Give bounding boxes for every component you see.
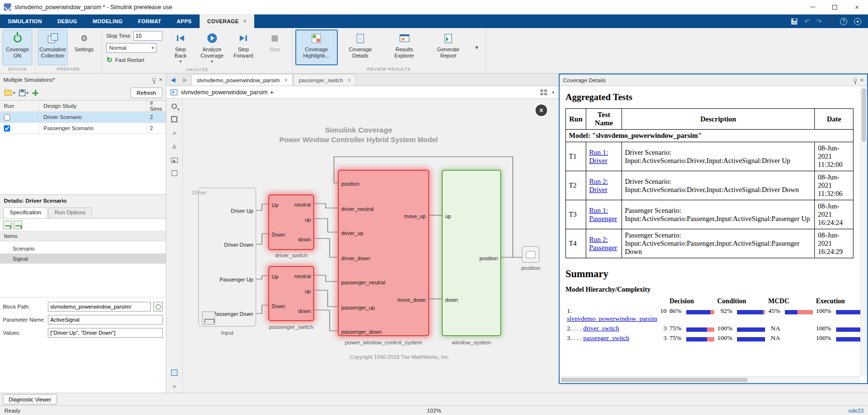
maximize-button[interactable] <box>824 0 846 14</box>
tab-close-icon[interactable]: × <box>243 18 246 25</box>
coverage-details-icon <box>357 34 364 43</box>
port-label: up <box>445 213 451 219</box>
cumulative-collection-button[interactable]: Cumulative Collection <box>38 30 68 65</box>
tree-item-signal[interactable]: Signal <box>0 253 166 264</box>
step-forward-button[interactable]: Step Forward <box>229 30 259 66</box>
fit-to-view-icon[interactable] <box>171 116 177 122</box>
undo-icon[interactable]: ↶ <box>804 18 810 25</box>
area-icon[interactable] <box>172 170 177 176</box>
run-link[interactable]: Run 2: Passenger <box>589 236 617 252</box>
tree-item-scenario[interactable]: Scenario <box>0 243 166 253</box>
folder-icon <box>4 90 12 96</box>
block-caption: position <box>516 265 545 271</box>
power-window-control-system-block[interactable]: position driver_neutral driver_up driver… <box>338 170 429 336</box>
annotate-icon[interactable] <box>828 19 833 24</box>
block-caption: passenger_switch <box>263 324 319 330</box>
panel-close-icon[interactable]: × <box>860 77 864 83</box>
run-link[interactable]: Run 1: Passenger <box>589 207 617 222</box>
settings-button[interactable]: ⚙ Settings <box>69 30 99 65</box>
passenger-switch-block[interactable]: Up Down neutral up down <box>268 266 314 321</box>
diagnostic-viewer-button[interactable]: Diagnostic Viewer <box>3 394 57 404</box>
select-block-icon[interactable] <box>153 302 163 311</box>
hierarchy-link[interactable]: driver_switch <box>583 325 619 332</box>
viewmarks-icon[interactable] <box>540 89 547 95</box>
signal-builder-icon[interactable] <box>202 311 215 325</box>
save-icon[interactable] <box>791 18 797 25</box>
section-overflow-button[interactable]: ▾ <box>471 30 483 65</box>
tab-close-icon[interactable]: × <box>284 77 288 84</box>
close-button[interactable]: × <box>846 0 868 14</box>
image-icon[interactable] <box>171 158 178 163</box>
parameter-name-input[interactable] <box>48 315 163 325</box>
stop-time-input[interactable] <box>133 31 162 41</box>
coverage-highlighting-button[interactable]: Coverage Highlighti... <box>295 30 338 65</box>
doc-tab-passenger-switch[interactable]: passenger_switch × <box>293 74 356 86</box>
pin-icon[interactable] <box>854 78 857 82</box>
tab-close-icon[interactable]: × <box>347 77 351 84</box>
minimize-button[interactable] <box>801 0 824 14</box>
run-checkbox[interactable] <box>4 125 10 132</box>
port-label: down <box>298 237 311 242</box>
input-block[interactable]: Driver Up Driver Down Passenger Up Passe… <box>198 188 256 326</box>
results-explorer-button[interactable]: Results Explorer <box>383 30 426 65</box>
tab-apps[interactable]: APPS <box>169 15 200 28</box>
table-row[interactable]: Driver Scenario 2 <box>0 112 166 123</box>
hierarchy-link[interactable]: slvnvdemo_powerwindow_parsim <box>567 315 657 322</box>
tab-format[interactable]: FORMAT <box>130 15 169 28</box>
run-checkbox[interactable] <box>4 114 10 120</box>
run-link[interactable]: Run 1: Driver <box>589 148 608 164</box>
annotation-icon[interactable]: A <box>172 144 176 150</box>
add-signal-icon[interactable] <box>14 221 22 229</box>
quick-access-toolbar: ↶ ↷ ? ▾ <box>791 15 868 28</box>
block-path-input[interactable] <box>48 302 151 311</box>
close-highlighting-icon[interactable]: × <box>535 104 547 116</box>
tab-debug[interactable]: DEBUG <box>50 15 85 28</box>
open-study-button[interactable]: ▾ <box>3 89 16 97</box>
hierarchy-link[interactable]: passenger_switch <box>583 334 629 341</box>
model-canvas[interactable]: × Simulink Coverage Power Window Control… <box>183 99 559 393</box>
stop-button[interactable]: Stop <box>260 30 290 66</box>
analyze-coverage-button[interactable]: Analyze Coverage ▾ <box>197 30 227 66</box>
horizontal-scrollbar[interactable] <box>560 376 860 383</box>
add-scenario-icon[interactable] <box>3 221 12 229</box>
zoom-icon[interactable] <box>172 104 177 109</box>
signal-routing-icon[interactable]: » <box>173 130 176 136</box>
driver-switch-block[interactable]: Up Down neutral up down <box>268 194 314 250</box>
redo-icon[interactable]: ↷ <box>816 18 822 25</box>
refresh-button[interactable]: Refresh <box>130 88 162 98</box>
resources-icon[interactable]: ▾ <box>854 18 861 25</box>
expand-strip-icon[interactable]: » <box>173 383 176 390</box>
save-study-button[interactable]: ▾ <box>18 89 30 97</box>
tab-modeling[interactable]: MODELING <box>85 15 130 28</box>
values-input[interactable] <box>48 328 163 338</box>
breadcrumb[interactable]: slvnvdemo_powerwindow_parsim <box>181 89 267 96</box>
tab-specification[interactable]: Specification <box>3 208 47 218</box>
tab-run-options[interactable]: Run Options <box>48 208 92 218</box>
section-status: Coverage ON STATUS <box>0 28 35 73</box>
solver-name[interactable]: ode23 <box>848 408 864 414</box>
help-icon[interactable]: ? <box>840 18 847 25</box>
run-link[interactable]: Run 2: Driver <box>589 178 608 193</box>
navigate-back-icon[interactable]: ◀ <box>167 74 179 86</box>
navigate-forward-icon[interactable]: ▶ <box>179 74 191 86</box>
tab-simulation[interactable]: SIMULATION <box>0 15 50 28</box>
step-back-button[interactable]: Step Back ▾ <box>166 30 196 66</box>
simulation-mode-dropdown[interactable]: Normal ▾ <box>106 43 157 53</box>
doc-tab-model[interactable]: slvnvdemo_powerwindow_parsim × <box>191 74 293 86</box>
vertical-scrollbar[interactable] <box>860 87 867 376</box>
tab-coverage[interactable]: COVERAGE × <box>200 15 255 28</box>
add-study-button[interactable] <box>31 89 40 97</box>
section-analyze: Stop Time Normal ▾ ↻ Fast Restart Step B… <box>102 28 293 73</box>
table-row[interactable]: Passenger Scenario 2 <box>0 123 166 134</box>
pin-icon[interactable] <box>152 78 156 81</box>
coverage-details-button[interactable]: Coverage Details <box>339 30 382 65</box>
coverage-on-button[interactable]: Coverage ON <box>2 30 32 65</box>
breadcrumb-dropdown-icon[interactable]: ▾ <box>552 90 554 95</box>
panel-close-icon[interactable]: × <box>159 76 162 83</box>
fast-restart-toggle[interactable]: ↻ Fast Restart <box>106 54 162 65</box>
model-data-icon[interactable] <box>171 370 177 376</box>
window-system-block[interactable]: up down position <box>442 170 501 336</box>
ribbon-filler <box>486 28 868 73</box>
generate-report-button[interactable]: Generate Report <box>427 30 470 65</box>
position-block[interactable] <box>522 246 539 263</box>
